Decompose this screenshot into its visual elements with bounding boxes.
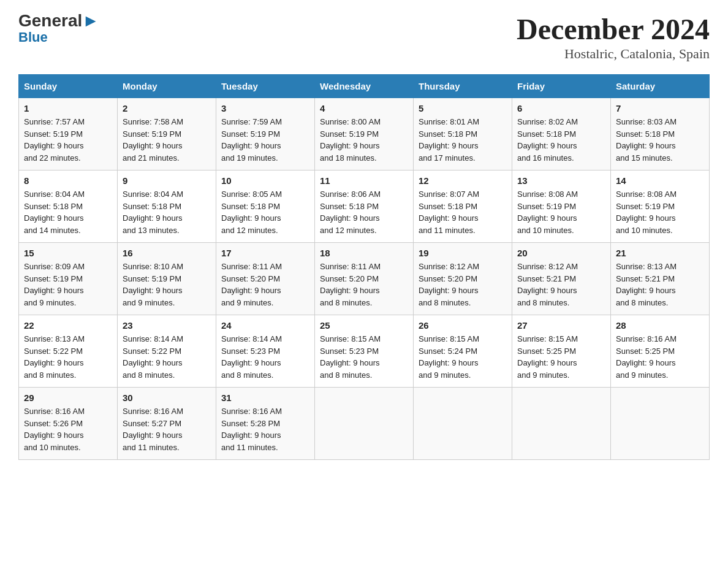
calendar-week-row: 29Sunrise: 8:16 AMSunset: 5:26 PMDayligh… (19, 388, 710, 460)
day-number: 31 (221, 393, 309, 403)
day-number: 27 (517, 320, 605, 331)
calendar-cell: 15Sunrise: 8:09 AMSunset: 5:19 PMDayligh… (19, 243, 118, 315)
day-info: Sunrise: 8:07 AMSunset: 5:18 PMDaylight:… (419, 188, 507, 236)
day-number: 5 (419, 103, 507, 113)
calendar-cell: 9Sunrise: 8:04 AMSunset: 5:18 PMDaylight… (118, 170, 216, 243)
calendar-week-row: 15Sunrise: 8:09 AMSunset: 5:19 PMDayligh… (19, 243, 710, 315)
column-header-tuesday: Tuesday (216, 75, 315, 98)
day-info: Sunrise: 8:15 AMSunset: 5:23 PMDaylight:… (320, 333, 408, 381)
calendar-header-row: SundayMondayTuesdayWednesdayThursdayFrid… (19, 75, 710, 98)
day-info: Sunrise: 8:04 AMSunset: 5:18 PMDaylight:… (123, 188, 211, 236)
day-info: Sunrise: 8:09 AMSunset: 5:19 PMDaylight:… (24, 261, 112, 308)
calendar-cell: 26Sunrise: 8:15 AMSunset: 5:24 PMDayligh… (414, 315, 512, 388)
calendar-cell: 27Sunrise: 8:15 AMSunset: 5:25 PMDayligh… (512, 315, 611, 388)
day-info: Sunrise: 8:01 AMSunset: 5:18 PMDaylight:… (419, 116, 507, 164)
day-info: Sunrise: 8:12 AMSunset: 5:20 PMDaylight:… (419, 261, 507, 308)
calendar-cell: 29Sunrise: 8:16 AMSunset: 5:26 PMDayligh… (19, 388, 118, 460)
calendar-cell (611, 388, 710, 460)
calendar-cell: 30Sunrise: 8:16 AMSunset: 5:27 PMDayligh… (118, 388, 216, 460)
day-number: 30 (123, 393, 211, 403)
calendar-cell (512, 388, 611, 460)
day-number: 19 (419, 248, 507, 258)
calendar-cell: 12Sunrise: 8:07 AMSunset: 5:18 PMDayligh… (414, 170, 512, 243)
day-info: Sunrise: 7:58 AMSunset: 5:19 PMDaylight:… (123, 116, 211, 164)
title-area: December 2024 Hostalric, Catalonia, Spai… (517, 12, 710, 62)
day-number: 22 (24, 320, 112, 331)
day-number: 29 (24, 393, 112, 403)
calendar-cell: 16Sunrise: 8:10 AMSunset: 5:19 PMDayligh… (118, 243, 216, 315)
logo-blue-text: Blue (18, 29, 48, 45)
day-number: 14 (616, 175, 704, 186)
calendar-cell: 14Sunrise: 8:08 AMSunset: 5:19 PMDayligh… (611, 170, 710, 243)
calendar-week-row: 8Sunrise: 8:04 AMSunset: 5:18 PMDaylight… (19, 170, 710, 243)
day-info: Sunrise: 8:14 AMSunset: 5:23 PMDaylight:… (221, 333, 309, 381)
day-number: 9 (123, 175, 211, 186)
calendar-table: SundayMondayTuesdayWednesdayThursdayFrid… (18, 74, 710, 460)
day-number: 8 (24, 175, 112, 186)
day-number: 16 (123, 248, 211, 258)
column-header-friday: Friday (512, 75, 611, 98)
day-info: Sunrise: 8:16 AMSunset: 5:26 PMDaylight:… (24, 405, 112, 453)
calendar-cell: 2Sunrise: 7:58 AMSunset: 5:19 PMDaylight… (118, 98, 216, 170)
day-number: 4 (320, 103, 408, 113)
calendar-cell (315, 388, 414, 460)
day-info: Sunrise: 8:13 AMSunset: 5:21 PMDaylight:… (616, 261, 704, 308)
day-number: 2 (123, 103, 211, 113)
logo-arrow: ► (82, 11, 99, 30)
calendar-week-row: 1Sunrise: 7:57 AMSunset: 5:19 PMDaylight… (19, 98, 710, 170)
day-number: 15 (24, 248, 112, 258)
calendar-cell: 10Sunrise: 8:05 AMSunset: 5:18 PMDayligh… (216, 170, 315, 243)
calendar-cell: 23Sunrise: 8:14 AMSunset: 5:22 PMDayligh… (118, 315, 216, 388)
calendar-cell: 24Sunrise: 8:14 AMSunset: 5:23 PMDayligh… (216, 315, 315, 388)
calendar-cell: 5Sunrise: 8:01 AMSunset: 5:18 PMDaylight… (414, 98, 512, 170)
day-info: Sunrise: 8:04 AMSunset: 5:18 PMDaylight:… (24, 188, 112, 236)
column-header-thursday: Thursday (414, 75, 512, 98)
calendar-cell: 19Sunrise: 8:12 AMSunset: 5:20 PMDayligh… (414, 243, 512, 315)
day-number: 7 (616, 103, 704, 113)
calendar-cell: 28Sunrise: 8:16 AMSunset: 5:25 PMDayligh… (611, 315, 710, 388)
day-number: 1 (24, 103, 112, 113)
day-number: 3 (221, 103, 309, 113)
day-number: 12 (419, 175, 507, 186)
day-number: 26 (419, 320, 507, 331)
day-info: Sunrise: 8:15 AMSunset: 5:25 PMDaylight:… (517, 333, 605, 381)
calendar-cell: 8Sunrise: 8:04 AMSunset: 5:18 PMDaylight… (19, 170, 118, 243)
column-header-wednesday: Wednesday (315, 75, 414, 98)
day-number: 25 (320, 320, 408, 331)
calendar-cell (414, 388, 512, 460)
logo-general-text: General► (18, 12, 99, 29)
calendar-cell: 4Sunrise: 8:00 AMSunset: 5:19 PMDaylight… (315, 98, 414, 170)
calendar-cell: 7Sunrise: 8:03 AMSunset: 5:18 PMDaylight… (611, 98, 710, 170)
day-number: 13 (517, 175, 605, 186)
column-header-saturday: Saturday (611, 75, 710, 98)
day-info: Sunrise: 8:16 AMSunset: 5:27 PMDaylight:… (123, 405, 211, 453)
day-info: Sunrise: 8:11 AMSunset: 5:20 PMDaylight:… (320, 261, 408, 308)
day-number: 28 (616, 320, 704, 331)
column-header-monday: Monday (118, 75, 216, 98)
day-number: 10 (221, 175, 309, 186)
day-number: 17 (221, 248, 309, 258)
calendar-cell: 21Sunrise: 8:13 AMSunset: 5:21 PMDayligh… (611, 243, 710, 315)
day-number: 11 (320, 175, 408, 186)
day-info: Sunrise: 8:02 AMSunset: 5:18 PMDaylight:… (517, 116, 605, 164)
calendar-cell: 11Sunrise: 8:06 AMSunset: 5:18 PMDayligh… (315, 170, 414, 243)
day-info: Sunrise: 7:59 AMSunset: 5:19 PMDaylight:… (221, 116, 309, 164)
calendar-cell: 13Sunrise: 8:08 AMSunset: 5:19 PMDayligh… (512, 170, 611, 243)
day-info: Sunrise: 7:57 AMSunset: 5:19 PMDaylight:… (24, 116, 112, 164)
day-info: Sunrise: 8:16 AMSunset: 5:28 PMDaylight:… (221, 405, 309, 453)
day-number: 6 (517, 103, 605, 113)
calendar-cell: 22Sunrise: 8:13 AMSunset: 5:22 PMDayligh… (19, 315, 118, 388)
day-number: 20 (517, 248, 605, 258)
day-info: Sunrise: 8:05 AMSunset: 5:18 PMDaylight:… (221, 188, 309, 236)
calendar-cell: 1Sunrise: 7:57 AMSunset: 5:19 PMDaylight… (19, 98, 118, 170)
day-info: Sunrise: 8:10 AMSunset: 5:19 PMDaylight:… (123, 261, 211, 308)
page-subtitle: Hostalric, Catalonia, Spain (517, 46, 710, 62)
day-info: Sunrise: 8:00 AMSunset: 5:19 PMDaylight:… (320, 116, 408, 164)
day-info: Sunrise: 8:08 AMSunset: 5:19 PMDaylight:… (517, 188, 605, 236)
calendar-cell: 31Sunrise: 8:16 AMSunset: 5:28 PMDayligh… (216, 388, 315, 460)
day-info: Sunrise: 8:13 AMSunset: 5:22 PMDaylight:… (24, 333, 112, 381)
calendar-cell: 6Sunrise: 8:02 AMSunset: 5:18 PMDaylight… (512, 98, 611, 170)
day-info: Sunrise: 8:14 AMSunset: 5:22 PMDaylight:… (123, 333, 211, 381)
calendar-cell: 3Sunrise: 7:59 AMSunset: 5:19 PMDaylight… (216, 98, 315, 170)
calendar-week-row: 22Sunrise: 8:13 AMSunset: 5:22 PMDayligh… (19, 315, 710, 388)
